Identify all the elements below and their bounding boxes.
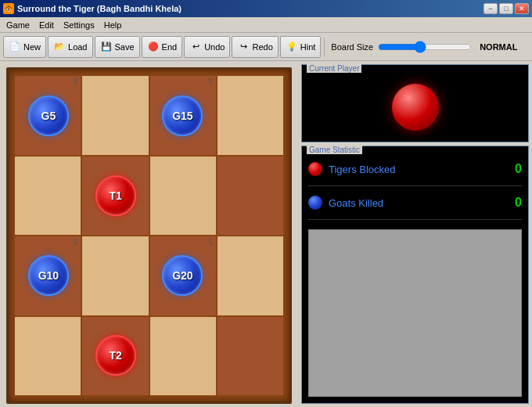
num-label-2-2: 5 [208,238,213,247]
end-icon: 🔴 [147,41,160,53]
current-player-ball [392,84,439,131]
current-player-panel: Current Player [301,64,529,142]
window-title: Surround the Tiger (Bagh Bandhi Khela) [17,4,182,13]
tigers-blocked-value: 0 [515,162,522,176]
board-container: 5 5 5 [15,76,283,395]
tigers-blocked-label-group: Tigers Blocked [308,162,396,176]
save-button[interactable]: 💾 Save [95,36,140,58]
cell-0-3[interactable] [217,76,283,155]
hint-button[interactable]: 💡 Hint [280,36,322,58]
toolbar-separator [324,38,325,56]
goats-killed-icon [308,196,322,210]
load-button[interactable]: 📂 Load [48,36,92,58]
tiger-t1[interactable]: T1 [95,175,136,216]
goat-g15[interactable]: G15 [162,95,203,136]
board-size-slider[interactable] [378,41,472,53]
goat-g20[interactable]: G20 [162,255,203,296]
cell-3-3[interactable] [217,317,283,396]
current-player-label: Current Player [307,64,361,73]
game-stats-label: Game Statistic [307,146,362,154]
save-icon: 💾 [100,41,113,53]
tigers-blocked-row: Tigers Blocked 0 [308,159,522,179]
tigers-blocked-icon [308,162,322,176]
normal-label: NORMAL [480,42,517,52]
new-icon: 📄 [9,41,21,53]
app-icon: 🐯 [3,3,14,14]
undo-button[interactable]: ↩ Undo [184,36,230,58]
num-label-0-2: 5 [208,77,213,86]
num-label-0-0: 5 [74,77,78,86]
goat-g10[interactable]: G10 [28,255,69,296]
minimize-button[interactable]: − [483,3,498,14]
num-label-2-0: 5 [74,238,78,247]
cell-1-0[interactable] [15,157,81,236]
load-icon: 📂 [53,41,66,53]
window-controls: − □ ✕ [483,3,529,14]
maximize-button[interactable]: □ [499,3,513,14]
end-button[interactable]: 🔴 End [142,36,183,58]
stat-divider-1 [308,185,522,186]
cell-1-3[interactable] [217,157,283,236]
menu-settings[interactable]: Settings [59,19,99,31]
goats-killed-value: 0 [515,196,522,210]
stat-divider-2 [308,219,522,220]
cell-1-2[interactable] [150,157,216,236]
cell-2-1[interactable] [82,236,148,315]
title-bar: 🐯 Surround the Tiger (Bagh Bandhi Khela)… [0,0,532,17]
close-button[interactable]: ✕ [515,3,529,14]
cell-3-2[interactable] [150,317,216,396]
right-panel: Current Player Game Statistic Tigers Blo… [301,61,532,407]
cell-3-0[interactable] [15,317,81,396]
board-area: 5 5 5 [0,61,301,407]
cell-2-3[interactable] [217,236,283,315]
goat-g5[interactable]: G5 [28,95,69,136]
log-area [308,229,522,397]
board-outer: 5 5 5 [6,67,292,404]
menu-bar: Game Edit Settings Help [0,17,532,33]
menu-game[interactable]: Game [2,19,34,31]
main-content: 5 5 5 [0,61,532,407]
tiger-t2[interactable]: T2 [95,335,136,376]
redo-icon: ↪ [237,41,250,53]
game-stats-panel: Game Statistic Tigers Blocked 0 Goats Ki… [301,146,529,404]
goats-killed-text: Goats Killed [329,197,383,209]
tigers-blocked-text: Tigers Blocked [329,164,396,175]
goats-killed-row: Goats Killed 0 [308,193,522,213]
toolbar: 📄 New 📂 Load 💾 Save 🔴 End ↩ Undo ↪ Redo … [0,33,532,61]
new-button[interactable]: 📄 New [3,36,46,58]
undo-icon: ↩ [189,41,202,53]
cell-0-1[interactable] [82,76,148,155]
menu-edit[interactable]: Edit [34,19,59,31]
board-size-label: Board Size [331,42,373,52]
hint-icon: 💡 [286,41,298,53]
redo-button[interactable]: ↪ Redo [232,36,278,58]
goats-killed-label-group: Goats Killed [308,196,383,210]
menu-help[interactable]: Help [99,19,127,31]
